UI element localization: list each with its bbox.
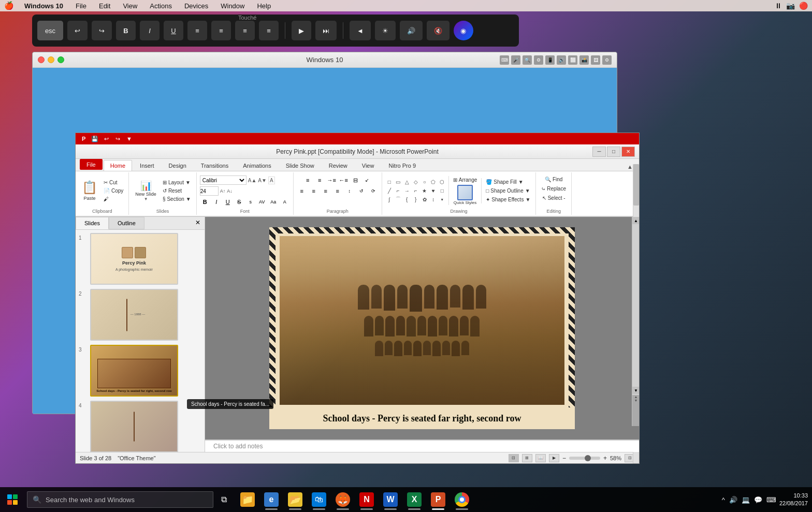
- taskbar-app-edge[interactable]: e: [260, 487, 283, 512]
- touch-brightness-button[interactable]: ☀: [375, 21, 396, 40]
- format-painter-button[interactable]: 🖌: [102, 195, 125, 203]
- touch-play-button[interactable]: ▶: [292, 21, 311, 40]
- select-button[interactable]: ↖ Select -: [540, 194, 568, 202]
- touch-undo-button[interactable]: ↩: [67, 21, 88, 40]
- slides-tab[interactable]: Slides: [76, 217, 109, 229]
- tab-view[interactable]: View: [355, 160, 381, 171]
- network-taskbar-icon[interactable]: 💻: [742, 496, 750, 504]
- close-traffic-light[interactable]: [38, 56, 45, 63]
- brace-shape[interactable]: }: [412, 195, 420, 203]
- undo-qat-button[interactable]: ↩: [102, 135, 110, 143]
- section-button[interactable]: § Section ▼: [161, 195, 193, 203]
- decrease-font-button[interactable]: A▼: [258, 178, 267, 183]
- line-spacing-button[interactable]: ↕: [344, 186, 355, 196]
- case-ribbon-button[interactable]: Aa: [268, 197, 279, 207]
- decrease-indent-button[interactable]: ←≡: [338, 175, 349, 185]
- tab-animations[interactable]: Animations: [236, 160, 278, 171]
- increase-indent-button[interactable]: →≡: [326, 175, 337, 185]
- help-menu[interactable]: Help: [255, 2, 273, 10]
- font-color-button[interactable]: A: [280, 197, 290, 207]
- touch-volume-button[interactable]: 🔊: [400, 21, 423, 40]
- slide-thumb-3[interactable]: 3 School days - Percy is seated far righ…: [78, 344, 202, 398]
- bold-ribbon-button[interactable]: B: [200, 197, 210, 207]
- clear-format-button[interactable]: A: [268, 177, 275, 184]
- flower-shape[interactable]: ✿: [421, 195, 429, 203]
- maximize-traffic-light[interactable]: [57, 56, 64, 63]
- start-button[interactable]: [0, 487, 25, 512]
- shape-outline-button[interactable]: □ Shape Outline ▼: [484, 187, 532, 195]
- touch-forward-button[interactable]: ⏭: [315, 21, 337, 40]
- rtl-button[interactable]: ↙: [362, 175, 372, 185]
- devices-menu[interactable]: Devices: [182, 2, 210, 10]
- line-shape[interactable]: ╱: [385, 186, 394, 195]
- touch-italic-button[interactable]: I: [140, 21, 160, 40]
- scroll-shape[interactable]: ↕: [429, 195, 438, 203]
- customize-qat-button[interactable]: ▼: [125, 135, 133, 143]
- slide-thumb-4[interactable]: 4: [78, 400, 202, 414]
- apple-menu[interactable]: 🍎: [4, 1, 14, 10]
- touch-siri-button[interactable]: ◉: [454, 21, 473, 40]
- tab-file[interactable]: File: [80, 159, 103, 170]
- heart-shape[interactable]: ♥: [429, 186, 438, 195]
- search-placeholder[interactable]: Search the web and Windows: [46, 496, 135, 504]
- align-justify-button[interactable]: ≡: [332, 186, 343, 196]
- taskbar-app-nitro[interactable]: N: [355, 487, 378, 512]
- save-qat-button[interactable]: 💾: [91, 135, 99, 143]
- touch-left-button[interactable]: ◄: [350, 21, 371, 40]
- convert-smartart-button[interactable]: ⟳: [368, 186, 379, 196]
- taskbar-app-excel[interactable]: X: [403, 487, 426, 512]
- italic-ribbon-button[interactable]: I: [211, 197, 222, 207]
- slide-thumb-1[interactable]: 1 Percy Pink A photographic memoir: [78, 232, 202, 286]
- touch-align-justify-button[interactable]: ≡: [259, 21, 279, 40]
- align-center-button[interactable]: ≡: [309, 186, 319, 196]
- rectangle-shape[interactable]: □: [385, 178, 394, 186]
- find-button[interactable]: 🔍 Find: [543, 175, 564, 183]
- reset-button[interactable]: ↺ Reset: [161, 187, 193, 195]
- taskbar-app-firefox[interactable]: 🦊: [331, 487, 354, 512]
- language-taskbar-icon[interactable]: ⌨: [766, 496, 776, 504]
- taskbar-app-file-explorer[interactable]: 📂: [284, 487, 307, 512]
- ppt-minimize-button[interactable]: ─: [592, 147, 606, 157]
- touch-bold-button[interactable]: B: [116, 21, 136, 40]
- diamond-shape[interactable]: ◇: [412, 178, 420, 186]
- callout-shape[interactable]: □: [438, 186, 446, 195]
- touch-align-center-button[interactable]: ≡: [211, 21, 231, 40]
- underline-ribbon-button[interactable]: U: [223, 197, 233, 207]
- corner-shape[interactable]: ⌐: [412, 186, 420, 195]
- touch-align-right-button[interactable]: ≡: [235, 21, 255, 40]
- touch-align-left-button[interactable]: ≡: [187, 21, 207, 40]
- taskbar-app-chrome[interactable]: [451, 487, 473, 512]
- inc-size-button[interactable]: A↑: [220, 188, 226, 194]
- tab-nitro[interactable]: Nitro Pro 9: [382, 160, 423, 171]
- taskbar-app-store[interactable]: 🛍: [308, 487, 330, 512]
- new-slide-button[interactable]: 📊 New Slide ▼: [132, 175, 160, 206]
- pentagon-shape[interactable]: ⬠: [429, 178, 438, 186]
- volume-taskbar-icon[interactable]: 🔊: [729, 496, 737, 504]
- new-slide-dropdown[interactable]: ▼: [144, 197, 148, 201]
- star-shape[interactable]: ★: [421, 186, 429, 195]
- copy-button[interactable]: 📄 Copy: [102, 187, 125, 195]
- redo-qat-button[interactable]: ↪: [113, 135, 122, 143]
- app-name-menu[interactable]: Windows 10: [22, 2, 65, 10]
- system-tray-chevron[interactable]: ^: [722, 496, 725, 504]
- tab-review[interactable]: Review: [322, 160, 354, 171]
- align-left-button[interactable]: ≡: [297, 186, 307, 196]
- outline-tab[interactable]: Outline: [109, 217, 144, 229]
- shadow-ribbon-button[interactable]: s: [245, 197, 256, 207]
- increase-font-button[interactable]: A▲: [248, 178, 257, 183]
- slide-thumb-2[interactable]: 2 — 1888 —: [78, 288, 202, 342]
- actions-menu[interactable]: Actions: [148, 2, 174, 10]
- file-menu[interactable]: File: [74, 2, 89, 10]
- align-right-button[interactable]: ≡: [321, 186, 331, 196]
- slide-panel-close-button[interactable]: ✕: [191, 217, 205, 229]
- elbow-shape[interactable]: ⌐: [394, 186, 402, 195]
- curve-shape[interactable]: ∫: [385, 195, 394, 203]
- notification-taskbar-icon[interactable]: 💬: [754, 496, 762, 504]
- columns-button[interactable]: ⊟: [350, 175, 360, 185]
- window-menu[interactable]: Window: [219, 2, 247, 10]
- arrange-button[interactable]: ⊞ Arrange: [451, 176, 480, 184]
- triangle-shape[interactable]: △: [403, 178, 411, 186]
- paste-button[interactable]: 📋 Paste: [79, 175, 100, 206]
- touch-redo-button[interactable]: ↪: [92, 21, 112, 40]
- tab-slideshow[interactable]: Slide Show: [279, 160, 321, 171]
